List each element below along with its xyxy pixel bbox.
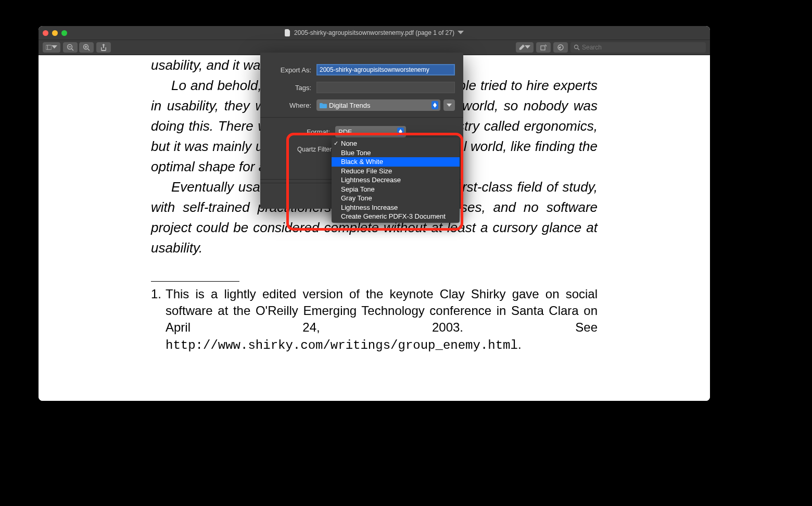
search-input[interactable] bbox=[582, 44, 703, 51]
share-button[interactable] bbox=[96, 42, 111, 53]
menu-item[interactable]: Sepia Tone bbox=[332, 185, 460, 194]
search-icon bbox=[574, 44, 580, 50]
menu-item-label: None bbox=[341, 140, 357, 147]
format-label: Format: bbox=[269, 128, 335, 136]
rotate-icon bbox=[540, 44, 547, 51]
titlebar: 2005-shirky-agroupisitsownworstenemy.pdf… bbox=[39, 26, 710, 40]
rotate-button[interactable] bbox=[536, 42, 551, 53]
footnote-end: . bbox=[518, 337, 522, 351]
document-icon bbox=[285, 29, 291, 36]
menu-item-label: Lightness Decrease bbox=[341, 176, 401, 184]
sidebar-toggle-button[interactable] bbox=[43, 42, 60, 53]
quartz-filter-label: Quartz Filter bbox=[269, 146, 334, 153]
annotate-icon bbox=[557, 44, 564, 51]
zoom-in-icon bbox=[83, 44, 90, 51]
updown-icon bbox=[397, 128, 404, 136]
traffic-lights bbox=[43, 30, 67, 36]
folder-icon bbox=[320, 103, 327, 108]
svg-line-12 bbox=[578, 48, 579, 50]
close-window-button[interactable] bbox=[43, 30, 48, 36]
markup-button[interactable] bbox=[516, 42, 534, 53]
format-value: PDF bbox=[338, 128, 352, 136]
svg-rect-0 bbox=[46, 45, 52, 49]
where-label: Where: bbox=[269, 102, 316, 109]
menu-item[interactable]: Black & White bbox=[332, 157, 460, 167]
share-icon bbox=[100, 44, 107, 51]
svg-line-3 bbox=[72, 49, 74, 51]
where-value: Digital Trends bbox=[329, 102, 370, 109]
format-popup[interactable]: PDF bbox=[335, 126, 406, 137]
zoom-out-button[interactable] bbox=[63, 42, 78, 53]
checkmark-icon: ✓ bbox=[334, 140, 338, 147]
minimize-window-button[interactable] bbox=[52, 30, 58, 36]
updown-icon bbox=[432, 101, 438, 109]
menu-item-label: Blue Tone bbox=[341, 149, 371, 157]
footnote-rule bbox=[151, 281, 239, 282]
expand-browser-button[interactable] bbox=[443, 99, 455, 111]
svg-line-6 bbox=[88, 49, 90, 51]
search-field[interactable] bbox=[570, 42, 706, 53]
menu-item-label: Reduce File Size bbox=[341, 167, 392, 175]
chevron-down-icon bbox=[525, 44, 530, 51]
zoom-window-button[interactable] bbox=[61, 30, 67, 36]
tags-field[interactable] bbox=[316, 82, 455, 93]
zoom-out-icon bbox=[67, 44, 74, 51]
pencil-icon bbox=[519, 44, 525, 51]
menu-item-label: Sepia Tone bbox=[341, 185, 375, 193]
sidebar-icon bbox=[46, 44, 52, 51]
window-title[interactable]: 2005-shirky-agroupisitsownworstenemy.pdf… bbox=[285, 29, 464, 36]
export-as-field[interactable]: 2005-shirky-agroupisitsownworstenemy bbox=[316, 64, 455, 75]
footnote: 1.This is a lightly edited version of th… bbox=[151, 286, 598, 353]
zoom-in-button[interactable] bbox=[79, 42, 94, 53]
menu-item[interactable]: Lightness Decrease bbox=[332, 175, 460, 185]
footnote-url: http://www.shirky.com/writings/group_ene… bbox=[166, 338, 518, 352]
menu-item[interactable]: Lightness Increase bbox=[332, 203, 460, 212]
window-title-text: 2005-shirky-agroupisitsownworstenemy.pdf… bbox=[294, 29, 454, 36]
export-as-label: Export As: bbox=[269, 66, 316, 74]
menu-item[interactable]: Blue Tone bbox=[332, 148, 460, 158]
chevron-down-icon bbox=[52, 44, 57, 51]
menu-item-label: Lightness Increase bbox=[341, 204, 398, 211]
menu-item-label: Black & White bbox=[341, 158, 383, 166]
svg-rect-9 bbox=[541, 46, 545, 50]
annotate-button[interactable] bbox=[553, 42, 568, 53]
menu-item[interactable]: Reduce File Size bbox=[332, 167, 460, 176]
menu-item[interactable]: ✓None bbox=[332, 139, 460, 148]
menu-item[interactable]: Gray Tone bbox=[332, 194, 460, 203]
where-popup[interactable]: Digital Trends bbox=[316, 99, 440, 111]
menu-item-label: Create Generic PDFX-3 Document bbox=[341, 212, 446, 220]
chevron-down-icon bbox=[458, 29, 464, 36]
footnote-text: This is a lightly edited version of the … bbox=[166, 287, 598, 334]
quartz-filter-menu: ✓NoneBlue ToneBlack & WhiteReduce File S… bbox=[332, 137, 460, 223]
tags-label: Tags: bbox=[269, 84, 316, 92]
svg-point-11 bbox=[575, 45, 578, 49]
menu-item[interactable]: Create Generic PDFX-3 Document bbox=[332, 212, 460, 221]
menu-item-label: Gray Tone bbox=[341, 194, 372, 202]
chevron-down-icon bbox=[447, 103, 452, 107]
footnote-number: 1. bbox=[151, 286, 166, 302]
